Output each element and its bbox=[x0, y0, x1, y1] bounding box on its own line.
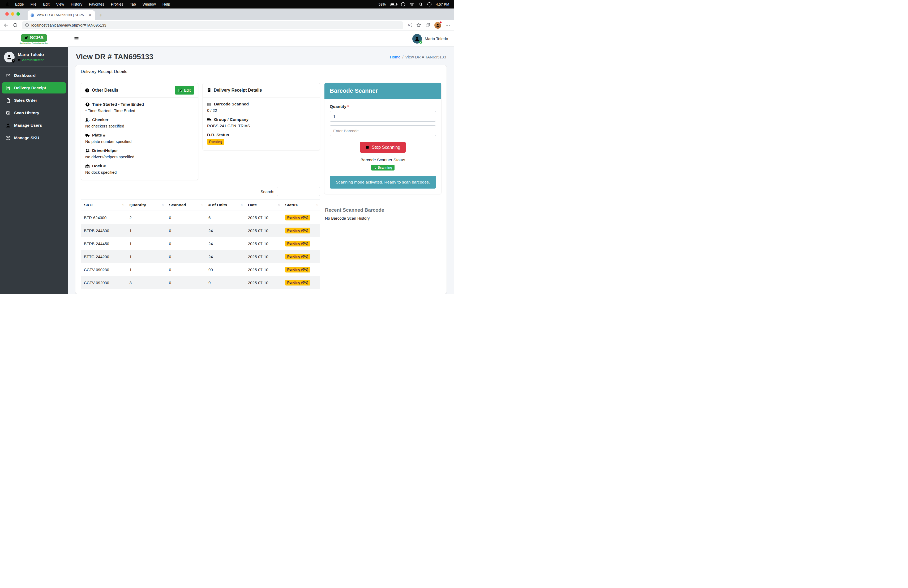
topbar-user-name: Mario Toledo bbox=[425, 36, 448, 41]
nav-item-icon bbox=[6, 85, 11, 90]
sidebar-nav-item[interactable]: Delivery Receipt bbox=[2, 82, 66, 93]
column-header-scanned[interactable]: Scanned ↑↓ bbox=[166, 200, 205, 211]
sidebar-nav-item[interactable]: Sales Order bbox=[2, 95, 66, 106]
menubar-item[interactable]: File bbox=[31, 2, 37, 6]
other-details-fields: Time Started - Time Ended * Time Started… bbox=[81, 98, 198, 180]
role-label: Administrator bbox=[22, 58, 44, 62]
read-aloud-icon[interactable] bbox=[407, 23, 412, 27]
tab-close-icon[interactable]: × bbox=[88, 13, 92, 18]
table-search-input[interactable] bbox=[277, 187, 320, 196]
menubar-item[interactable]: Help bbox=[163, 2, 170, 6]
quantity-input[interactable] bbox=[330, 111, 436, 122]
profile-notification-dot bbox=[440, 21, 442, 24]
field-value: No drivers/helpers specified bbox=[85, 155, 194, 159]
favorite-star-icon[interactable] bbox=[416, 23, 421, 27]
detail-field: Checker No checkers specified bbox=[85, 118, 194, 128]
sidebar-nav-item[interactable]: Manage Users bbox=[2, 120, 66, 131]
menubar-item[interactable]: Profiles bbox=[111, 2, 124, 6]
search-label: Search: bbox=[261, 189, 274, 194]
column-header-sku[interactable]: SKU ↑↓ bbox=[81, 200, 126, 211]
refresh-button[interactable] bbox=[13, 23, 18, 27]
table-row: BFR-624300 2 0 6 2025-07-10 Pending (0%) bbox=[81, 211, 320, 224]
menubar-item[interactable]: Edit bbox=[43, 2, 49, 6]
row-status-badge: Pending (0%) bbox=[285, 214, 311, 221]
logo-text: SCPA bbox=[30, 35, 44, 40]
cell-scanned: 0 bbox=[166, 237, 205, 250]
leaf-icon bbox=[24, 36, 28, 40]
tab-title: View DR # TAN695133 | SCPA bbox=[37, 13, 85, 17]
scanner-alert: Scanning mode activated. Ready to scan b… bbox=[330, 176, 436, 188]
stop-scanning-label: Stop Scanning bbox=[372, 145, 400, 150]
window-close-button[interactable] bbox=[5, 12, 9, 16]
detail-field: Plate # No plate number specified bbox=[85, 133, 194, 144]
screen-record-icon[interactable] bbox=[401, 2, 406, 6]
collections-icon[interactable] bbox=[425, 23, 430, 27]
menubar-clock[interactable]: 4:57 PM bbox=[436, 2, 449, 6]
window-minimize-button[interactable] bbox=[11, 12, 14, 16]
menubar-item[interactable]: Tab bbox=[130, 2, 136, 6]
app-logo[interactable]: SCPA Sanitary Care Products Asia, Inc. bbox=[0, 31, 68, 47]
role-shield-icon bbox=[18, 59, 21, 61]
cell-quantity: 3 bbox=[126, 276, 166, 289]
sidebar-user-panel: Mario Toledo Administrator bbox=[0, 47, 68, 67]
macos-menubar: EdgeFileEditViewHistoryFavoritesProfiles… bbox=[0, 0, 454, 8]
address-bar[interactable]: localhost/sanicare/view.php?dr=TAN695133 bbox=[22, 21, 403, 29]
menubar-item[interactable]: Favorites bbox=[89, 2, 104, 6]
topbar-user[interactable]: Mario Toledo bbox=[412, 34, 448, 43]
nav-item-icon bbox=[6, 135, 11, 140]
edit-button[interactable]: Edit bbox=[175, 86, 194, 95]
card-title: Delivery Receipt Details bbox=[76, 65, 447, 78]
sidebar-toggle-icon[interactable] bbox=[74, 36, 79, 42]
apple-menu-icon[interactable] bbox=[5, 2, 9, 6]
row-status-badge: Pending (0%) bbox=[285, 241, 311, 246]
cell-sku: BFRB-244300 bbox=[81, 224, 126, 237]
other-details-title: Other Details bbox=[92, 88, 118, 93]
browser-tab[interactable]: View DR # TAN695133 | SCPA × bbox=[27, 10, 95, 20]
breadcrumb-home-link[interactable]: Home bbox=[390, 55, 400, 59]
menubar-item[interactable]: History bbox=[71, 2, 82, 6]
wifi-icon[interactable] bbox=[410, 2, 414, 6]
menubar-item[interactable]: Window bbox=[143, 2, 156, 6]
barcode-input[interactable] bbox=[330, 126, 436, 136]
window-controls bbox=[5, 12, 20, 16]
barcode-scanner-card: Barcode Scanner Quantity* bbox=[324, 83, 441, 194]
logo-subtext: Sanitary Care Products Asia, Inc. bbox=[19, 42, 48, 44]
breadcrumb: Home/View DR # TAN695133 bbox=[390, 55, 446, 59]
logo-pill: SCPA bbox=[21, 34, 47, 42]
sort-asc-icon: ↑↓ bbox=[122, 203, 124, 207]
menubar-item[interactable]: Edge bbox=[15, 2, 24, 6]
menubar-items: EdgeFileEditViewHistoryFavoritesProfiles… bbox=[15, 2, 170, 6]
sidebar-nav-item[interactable]: Dashboard bbox=[2, 70, 66, 81]
new-tab-button[interactable]: + bbox=[99, 13, 103, 18]
window-zoom-button[interactable] bbox=[16, 12, 20, 16]
main-area: Mario Toledo View DR # TAN695133 Home/Vi… bbox=[68, 31, 454, 294]
sidebar-nav-item[interactable]: Scan History bbox=[2, 107, 66, 118]
control-center-user-icon[interactable] bbox=[427, 2, 432, 6]
sidebar-nav: Dashboard Delivery Receipt Sales Order S… bbox=[0, 67, 68, 147]
browser-profile-avatar[interactable] bbox=[435, 22, 441, 29]
dr-status-field: D.R. Status Pending bbox=[207, 132, 316, 145]
nav-item-label: Delivery Receipt bbox=[14, 85, 46, 90]
info-circle-icon bbox=[85, 88, 90, 93]
scanning-status-badge: Scanning bbox=[371, 165, 394, 171]
sidebar-nav-item[interactable]: Manage SKU bbox=[2, 132, 66, 143]
field-value: No dock specified bbox=[85, 170, 194, 174]
truck-icon bbox=[207, 118, 212, 122]
back-button[interactable] bbox=[4, 23, 9, 27]
edit-button-label: Edit bbox=[184, 88, 191, 92]
browser-more-menu-icon[interactable] bbox=[445, 23, 450, 27]
site-info-icon[interactable] bbox=[25, 23, 29, 27]
column-header-date[interactable]: Date ↑↓ bbox=[245, 200, 282, 211]
table-body: BFR-624300 2 0 6 2025-07-10 Pending (0%) bbox=[81, 211, 320, 289]
cell-quantity: 1 bbox=[126, 224, 166, 237]
spotlight-search-icon[interactable] bbox=[419, 2, 423, 6]
barcode-icon bbox=[207, 102, 212, 106]
column-header-quantity[interactable]: Quantity ↑↓ bbox=[126, 200, 166, 211]
column-header-units[interactable]: # of Units ↑↓ bbox=[205, 200, 245, 211]
recent-scanned-empty: No Barcode Scan History bbox=[325, 216, 441, 221]
dr-details-card: Delivery Receipt Details Barcode Scanned bbox=[203, 83, 320, 150]
column-header-status[interactable]: Status ↑↓ bbox=[282, 200, 320, 211]
stop-scanning-button[interactable]: Stop Scanning bbox=[360, 142, 406, 153]
cell-quantity: 1 bbox=[126, 263, 166, 276]
menubar-item[interactable]: View bbox=[56, 2, 64, 6]
